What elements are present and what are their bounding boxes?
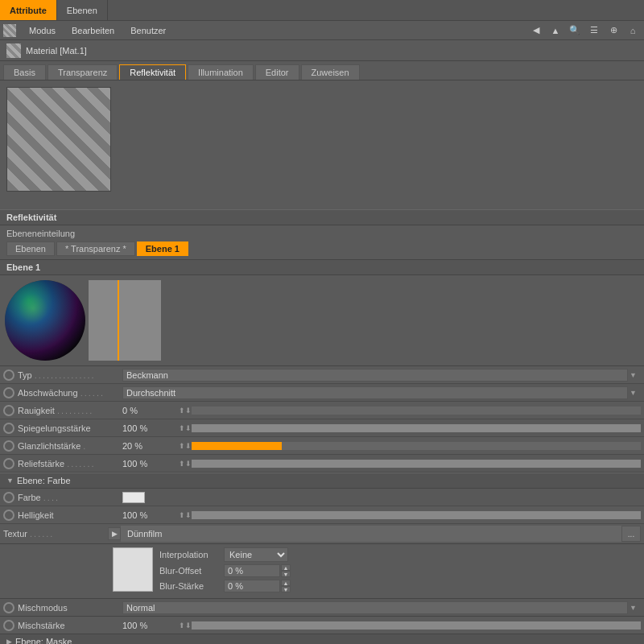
prop-bar-container-glanzlicht	[192, 442, 641, 450]
tab-transparenz[interactable]: Transparenz	[47, 64, 118, 80]
texture-fields: Interpolation Keine Blur-Offset ▲ ▼ Blur…	[159, 547, 638, 595]
tab-ebenen[interactable]: Ebenen	[57, 0, 108, 20]
prop-arrows-spiegelung[interactable]: ⬆⬇	[179, 424, 190, 432]
blur-offset-up[interactable]: ▲	[281, 564, 291, 571]
ebene1-header: Ebene 1	[0, 260, 644, 275]
menu-benutzer[interactable]: Benutzer	[122, 24, 174, 37]
prop-arrows-helligkeit[interactable]: ⬆⬇	[179, 511, 190, 519]
home-icon[interactable]: ⌂	[625, 23, 641, 39]
prop-bar-glanzlicht	[192, 442, 282, 450]
prop-indicator-spiegelung[interactable]	[3, 423, 14, 434]
material-label: Material [Mat.1]	[26, 46, 87, 56]
dropdown-arrow-typ: ▼	[630, 371, 641, 379]
textur-label: Textur ......	[3, 529, 108, 539]
material-header: Material [Mat.1]	[0, 40, 644, 61]
menu-icon[interactable]: ☰	[586, 23, 602, 39]
tab-editor[interactable]: Editor	[255, 64, 299, 80]
ebene-maske-section[interactable]: ▶ Ebene: Maske	[0, 634, 644, 644]
prop-value-relief: 100 %	[122, 459, 179, 469]
ebenen-tab-transparenz[interactable]: * Transparenz *	[56, 242, 135, 256]
prop-abschwachung: Abschwächung ...... Durchschnitt ▼	[0, 384, 644, 402]
menu-bearbeiten[interactable]: Bearbeiten	[64, 24, 122, 37]
prop-value-mischstaerke: 100 %	[122, 621, 179, 630]
texture-options: Interpolation Keine Blur-Offset ▲ ▼ Blur…	[0, 544, 644, 599]
prop-value-helligkeit: 100 %	[122, 510, 179, 520]
menu-bar: Modus Bearbeiten Benutzer ◀ ▲ 🔍 ☰ ⊕ ⌂	[0, 21, 644, 40]
prop-arrows-rauigkeit[interactable]: ⬆⬇	[179, 407, 190, 415]
prop-glanzlicht: Glanzlichtstärke . 20 % ⬆⬇	[0, 437, 644, 455]
prop-indicator-glanzlicht[interactable]	[3, 440, 14, 452]
menu-modus[interactable]: Modus	[21, 24, 64, 37]
tab-reflektivitaet[interactable]: Reflektivität	[119, 64, 186, 80]
tab-illumination[interactable]: Illumination	[188, 64, 254, 80]
prop-dropdown-typ[interactable]: Beckmann	[122, 369, 628, 382]
blur-offset-row: Blur-Offset ▲ ▼	[159, 564, 638, 577]
tab-attribute[interactable]: Attribute	[0, 0, 57, 20]
prop-label-spiegelung: Spiegelungsstärke	[18, 423, 122, 433]
interpolation-dropdown[interactable]: Keine	[224, 547, 288, 562]
interpolation-label: Interpolation	[159, 550, 224, 559]
prop-dropdown-abschwachung[interactable]: Durchschnitt	[122, 386, 628, 399]
texture-preview-row: Interpolation Keine Blur-Offset ▲ ▼ Blur…	[113, 547, 638, 595]
dropdown-arrow-mischmodus: ▼	[630, 604, 641, 612]
prop-arrows-relief[interactable]: ⬆⬇	[179, 460, 190, 468]
textur-expand-btn[interactable]: ▶	[108, 527, 121, 540]
blur-offset-down[interactable]: ▼	[281, 571, 291, 577]
stripe-line	[118, 280, 119, 361]
prop-label-farbe: Farbe ....	[18, 493, 122, 502]
prop-indicator-helligkeit[interactable]	[3, 510, 14, 521]
farbe-color-swatch[interactable]	[122, 492, 145, 503]
prop-dropdown-mischmodus[interactable]: Normal	[122, 601, 628, 614]
interpolation-row: Interpolation Keine	[159, 547, 638, 562]
prop-spiegelung: Spiegelungsstärke 100 % ⬆⬇	[0, 419, 644, 437]
blur-offset-arrows: ▲ ▼	[281, 564, 291, 577]
prop-value-mischmodus: Normal ▼	[122, 601, 641, 614]
blur-staerke-input[interactable]	[224, 580, 280, 592]
blur-staerke-down[interactable]: ▼	[281, 586, 291, 592]
textur-dots-btn[interactable]: ...	[621, 526, 641, 542]
collapse-arrow-maske: ▶	[6, 638, 12, 644]
arrow-up-icon[interactable]: ▲	[547, 23, 564, 39]
tab-basis[interactable]: Basis	[3, 64, 46, 80]
tab-zuweisen[interactable]: Zuweisen	[301, 64, 360, 80]
collapse-arrow-farbe: ▼	[6, 477, 14, 485]
prop-mischstaerke: Mischstärke 100 % ⬆⬇	[0, 617, 644, 634]
prop-arrows-glanzlicht[interactable]: ⬆⬇	[179, 442, 190, 450]
prop-bar-container-rauigkeit	[192, 407, 641, 415]
prop-indicator-mischstaerke[interactable]	[3, 620, 14, 631]
prop-indicator-typ[interactable]	[3, 369, 14, 381]
prop-mischmodus: Mischmodus Normal ▼	[0, 599, 644, 617]
prop-label-typ: Typ ...............	[18, 370, 122, 380]
prop-bar-relief	[192, 460, 641, 468]
prop-indicator-relief[interactable]	[3, 458, 14, 469]
prop-arrows-mischstaerke[interactable]: ⬆⬇	[179, 621, 190, 630]
prop-value-typ: Beckmann ▼	[122, 369, 641, 382]
textur-row: Textur ...... ▶ Dünnfilm ...	[0, 524, 644, 544]
sub-tabs: Basis Transparenz Reflektivität Illumina…	[0, 61, 644, 80]
prop-bar-mischstaerke	[192, 621, 641, 630]
prop-indicator-mischmodus[interactable]	[3, 602, 14, 613]
search-icon[interactable]: 🔍	[567, 23, 583, 39]
texture-thumbnail	[113, 547, 153, 592]
ebenen-tab-ebenen[interactable]: Ebenen	[6, 242, 55, 256]
prop-typ: Typ ............... Beckmann ▼	[0, 366, 644, 384]
preview-area	[0, 80, 644, 209]
prop-bar-container-spiegelung	[192, 424, 641, 432]
ebenen-tab-ebene1[interactable]: Ebene 1	[137, 242, 188, 256]
ebenen-tabs: Ebenen * Transparenz * Ebene 1	[6, 242, 638, 256]
blur-offset-input[interactable]	[224, 564, 280, 577]
prop-label-abschwachung: Abschwächung ......	[18, 388, 122, 398]
prop-label-helligkeit: Helligkeit	[18, 510, 122, 520]
ebeneneinteilung-label: Ebeneneinteilung	[6, 229, 638, 238]
dropdown-arrow-abschwachung: ▼	[630, 389, 641, 397]
arrow-left-icon[interactable]: ◀	[528, 23, 544, 39]
prop-relief: Reliefstärke ....... 100 % ⬆⬇	[0, 455, 644, 473]
prop-bar-container-mischstaerke	[192, 621, 641, 630]
prop-label-mischstaerke: Mischstärke	[18, 621, 122, 630]
prop-indicator-abschwachung[interactable]	[3, 387, 14, 398]
blur-staerke-up[interactable]: ▲	[281, 580, 291, 586]
ebene-farbe-section[interactable]: ▼ Ebene: Farbe	[0, 473, 644, 489]
prop-indicator-farbe[interactable]	[3, 492, 14, 503]
prop-indicator-rauigkeit[interactable]	[3, 405, 14, 416]
add-icon[interactable]: ⊕	[605, 23, 621, 39]
